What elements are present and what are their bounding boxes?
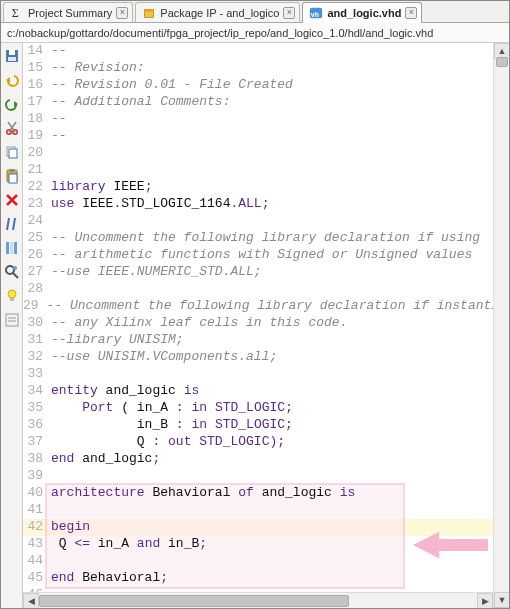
code-line[interactable]: 20 xyxy=(23,145,493,162)
horizontal-scrollbar[interactable]: ◀ ▶ xyxy=(23,592,493,608)
tab-label: Project Summary xyxy=(28,7,112,19)
code-line[interactable]: 14-- xyxy=(23,43,493,60)
code-line[interactable]: 43 Q <= in_A and in_B; xyxy=(23,536,493,553)
tab-package-ip-and-logico[interactable]: Package IP - and_logico× xyxy=(135,2,300,22)
tab-close-button[interactable]: × xyxy=(283,7,295,19)
svg-rect-30 xyxy=(10,298,14,301)
line-number: 38 xyxy=(23,451,49,468)
svg-rect-18 xyxy=(9,174,17,183)
code-line[interactable]: 34entity and_logic is xyxy=(23,383,493,400)
code-line[interactable]: 25-- Uncomment the following library dec… xyxy=(23,230,493,247)
code-line[interactable]: 31--library UNISIM; xyxy=(23,332,493,349)
code-line[interactable]: 44 xyxy=(23,553,493,570)
line-content: -- Revision 0.01 - File Created xyxy=(49,77,293,94)
code-line[interactable]: 24 xyxy=(23,213,493,230)
code-line[interactable]: 32--use UNISIM.VComponents.all; xyxy=(23,349,493,366)
cut-icon[interactable] xyxy=(3,119,21,137)
vertical-scrollbar[interactable]: ▲ ▼ xyxy=(493,43,509,608)
column-select-icon[interactable] xyxy=(3,239,21,257)
tab-project-summary[interactable]: ΣProject Summary× xyxy=(3,2,133,22)
line-content: Port ( in_A : in STD_LOGIC; xyxy=(49,400,293,417)
line-number: 29 xyxy=(23,298,45,315)
delete-icon[interactable] xyxy=(3,191,21,209)
code-line[interactable]: 33 xyxy=(23,366,493,383)
code-line[interactable]: 17-- Additional Comments: xyxy=(23,94,493,111)
code-line[interactable]: 27--use IEEE.NUMERIC_STD.ALL; xyxy=(23,264,493,281)
scroll-down-button[interactable]: ▼ xyxy=(494,592,509,608)
vertical-toolbar xyxy=(1,43,23,608)
code-line[interactable]: 23use IEEE.STD_LOGIC_1164.ALL; xyxy=(23,196,493,213)
code-line[interactable]: 21 xyxy=(23,162,493,179)
code-line[interactable]: 45end Behavioral; xyxy=(23,570,493,587)
tab-close-button[interactable]: × xyxy=(405,7,417,19)
line-content: -- Additional Comments: xyxy=(49,94,230,111)
code-line[interactable]: 41 xyxy=(23,502,493,519)
code-line[interactable]: 16-- Revision 0.01 - File Created xyxy=(23,77,493,94)
code-line[interactable]: 18-- xyxy=(23,111,493,128)
file-path-text: c:/nobackup/gottardo/documenti/fpga_proj… xyxy=(7,27,433,39)
line-number: 31 xyxy=(23,332,49,349)
tab-label: Package IP - and_logico xyxy=(160,7,279,19)
tab-and-logic-vhd[interactable]: vhand_logic.vhd× xyxy=(302,2,422,22)
line-content xyxy=(49,162,51,179)
code-line[interactable]: 38end and_logic; xyxy=(23,451,493,468)
code-line[interactable]: 42begin xyxy=(23,519,493,536)
code-line[interactable]: 26-- arithmetic functions with Signed or… xyxy=(23,247,493,264)
svg-point-26 xyxy=(6,266,14,274)
undo-icon[interactable] xyxy=(3,71,21,89)
vhdl-icon: vh xyxy=(309,6,323,20)
line-content: -- Uncomment the following library decla… xyxy=(49,230,480,247)
line-number: 22 xyxy=(23,179,49,196)
vertical-scroll-thumb[interactable] xyxy=(496,57,508,67)
redo-icon[interactable] xyxy=(3,95,21,113)
line-number: 28 xyxy=(23,281,49,298)
line-content: library IEEE; xyxy=(49,179,152,196)
code-line[interactable]: 39 xyxy=(23,468,493,485)
line-content xyxy=(49,281,51,298)
package-icon xyxy=(142,6,156,20)
svg-point-29 xyxy=(8,290,16,298)
find-icon[interactable] xyxy=(3,263,21,281)
collapse-icon[interactable] xyxy=(3,311,21,329)
svg-rect-31 xyxy=(6,314,18,326)
sigma-icon: Σ xyxy=(10,6,24,20)
code-line[interactable]: 35 Port ( in_A : in STD_LOGIC; xyxy=(23,400,493,417)
line-content: -- xyxy=(49,128,67,145)
horizontal-scroll-thumb[interactable] xyxy=(39,595,349,607)
code-line[interactable]: 15-- Revision: xyxy=(23,60,493,77)
line-content: -- any Xilinx leaf cells in this code. xyxy=(49,315,347,332)
svg-rect-15 xyxy=(9,149,17,158)
code-line[interactable]: 28 xyxy=(23,281,493,298)
line-content: begin xyxy=(49,519,90,536)
comment-icon[interactable] xyxy=(3,215,21,233)
code-line[interactable]: 19-- xyxy=(23,128,493,145)
svg-rect-24 xyxy=(10,242,13,254)
editor-window: ΣProject Summary×Package IP - and_logico… xyxy=(0,0,510,609)
svg-point-28 xyxy=(13,266,17,270)
code-container[interactable]: 14-- 15-- Revision:16-- Revision 0.01 - … xyxy=(23,43,493,592)
svg-rect-7 xyxy=(8,57,16,61)
svg-rect-17 xyxy=(10,169,14,172)
line-number: 26 xyxy=(23,247,49,264)
tab-bar: ΣProject Summary×Package IP - and_logico… xyxy=(1,1,509,23)
code-line[interactable]: 22library IEEE; xyxy=(23,179,493,196)
line-content: --use UNISIM.VComponents.all; xyxy=(49,349,277,366)
code-line[interactable]: 40architecture Behavioral of and_logic i… xyxy=(23,485,493,502)
paste-icon[interactable] xyxy=(3,167,21,185)
line-number: 24 xyxy=(23,213,49,230)
code-line[interactable]: 36 in_B : in STD_LOGIC; xyxy=(23,417,493,434)
save-icon[interactable] xyxy=(3,47,21,65)
tab-close-button[interactable]: × xyxy=(116,7,128,19)
code-line[interactable]: 30-- any Xilinx leaf cells in this code. xyxy=(23,315,493,332)
code-line[interactable]: 37 Q : out STD_LOGIC); xyxy=(23,434,493,451)
scroll-left-button[interactable]: ◀ xyxy=(23,593,39,608)
copy-icon[interactable] xyxy=(3,143,21,161)
line-content: architecture Behavioral of and_logic is xyxy=(49,485,355,502)
line-content: end Behavioral; xyxy=(49,570,168,587)
code-line[interactable]: 29-- Uncomment the following library dec… xyxy=(23,298,493,315)
scroll-right-button[interactable]: ▶ xyxy=(477,593,493,608)
svg-rect-2 xyxy=(145,9,154,12)
line-number: 44 xyxy=(23,553,49,570)
lightbulb-icon[interactable] xyxy=(3,287,21,305)
line-number: 32 xyxy=(23,349,49,366)
